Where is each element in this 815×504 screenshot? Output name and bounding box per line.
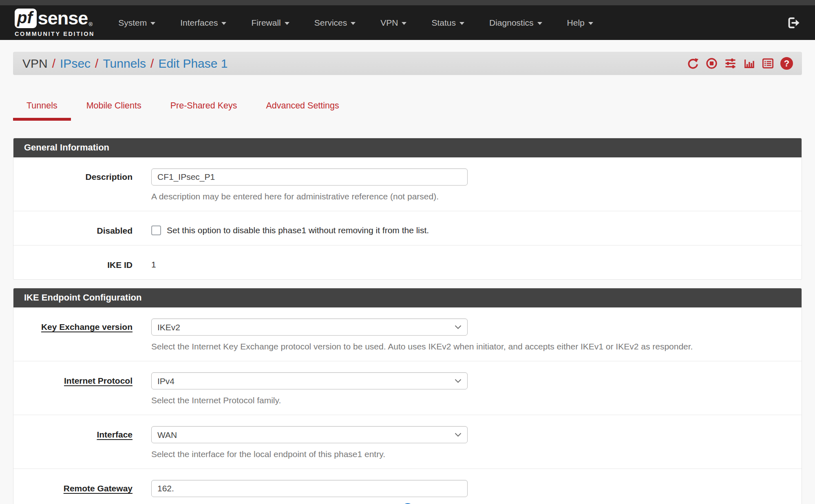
breadcrumb-separator: / xyxy=(52,57,55,71)
tab-pre-shared-keys[interactable]: Pre-Shared Keys xyxy=(157,101,251,121)
caret-down-icon xyxy=(150,22,155,25)
bar-chart-icon[interactable] xyxy=(743,57,755,70)
caret-down-icon xyxy=(221,22,226,25)
ike-id-label: IKE ID xyxy=(13,256,133,270)
caret-down-icon xyxy=(537,22,542,25)
breadcrumb-link-tunnels[interactable]: Tunnels xyxy=(103,57,146,71)
pfsense-logo[interactable]: pf sense ® COMMUNITY EDITION xyxy=(15,9,95,37)
logo-edition-text: COMMUNITY EDITION xyxy=(15,31,95,37)
caret-down-icon xyxy=(351,22,356,25)
caret-down-icon xyxy=(459,22,464,25)
logo-sense-text: sense xyxy=(38,9,88,27)
remote-gateway-input[interactable] xyxy=(151,480,468,497)
description-help: A description may be entered here for ad… xyxy=(151,192,802,201)
breadcrumb-vpn: VPN xyxy=(22,57,48,71)
refresh-icon[interactable] xyxy=(687,57,699,70)
nav-item-diagnostics[interactable]: Diagnostics xyxy=(489,18,542,28)
top-strip xyxy=(0,0,815,5)
sliders-icon[interactable] xyxy=(724,57,737,70)
nav-item-services[interactable]: Services xyxy=(314,18,356,28)
description-label: Description xyxy=(13,168,133,201)
disabled-checkbox-label: Set this option to disable this phase1 w… xyxy=(167,225,429,235)
logo-registered-mark: ® xyxy=(88,21,93,27)
internet-protocol-help: Select the Internet Protocol family. xyxy=(151,396,802,405)
form-row-interface: Interface WAN Select the interface for t… xyxy=(13,415,802,469)
internet-protocol-label: Internet Protocol xyxy=(13,372,133,405)
breadcrumb: VPN / IPsec / Tunnels / Edit Phase 1 xyxy=(22,57,228,71)
breadcrumb-separator: / xyxy=(150,57,154,71)
form-row-key-exchange-version: Key Exchange version IKEv2 Select the In… xyxy=(13,307,802,361)
interface-select[interactable]: WAN xyxy=(151,426,468,443)
tab-mobile-clients[interactable]: Mobile Clients xyxy=(73,101,155,121)
nav-item-firewall[interactable]: Firewall xyxy=(251,18,289,28)
breadcrumb-bar: VPN / IPsec / Tunnels / Edit Phase 1 xyxy=(13,52,802,75)
logo-pf-badge: pf xyxy=(15,9,37,28)
disabled-label: Disabled xyxy=(13,222,133,236)
caret-down-icon xyxy=(588,22,593,25)
caret-down-icon xyxy=(285,22,289,25)
nav-item-status[interactable]: Status xyxy=(431,18,464,28)
remote-gateway-label: Remote Gateway xyxy=(13,480,133,504)
key-exchange-version-select[interactable]: IKEv2 xyxy=(151,318,468,336)
tab-tunnels[interactable]: Tunnels xyxy=(13,101,71,121)
nav-item-vpn[interactable]: VPN xyxy=(380,18,406,28)
tab-bar: Tunnels Mobile Clients Pre-Shared Keys A… xyxy=(13,101,802,121)
main-menu: System Interfaces Firewall Services VPN … xyxy=(118,18,593,28)
key-exchange-version-label: Key Exchange version xyxy=(13,318,133,351)
sign-out-icon[interactable] xyxy=(786,16,800,30)
interface-label: Interface xyxy=(13,426,133,459)
form-row-remote-gateway: Remote Gateway Enter the public IP addre… xyxy=(13,469,802,504)
breadcrumb-link-ipsec[interactable]: IPsec xyxy=(60,57,91,71)
nav-item-help[interactable]: Help xyxy=(567,18,593,28)
key-exchange-version-help: Select the Internet Key Exchange protoco… xyxy=(151,342,802,351)
panel-general-information: General Information Description A descri… xyxy=(13,138,802,280)
nav-item-system[interactable]: System xyxy=(118,18,155,28)
form-row-disabled: Disabled Set this option to disable this… xyxy=(13,211,802,245)
form-row-internet-protocol: Internet Protocol IPv4 Select the Intern… xyxy=(13,361,802,415)
breadcrumb-separator: / xyxy=(95,57,98,71)
list-alt-icon[interactable] xyxy=(762,57,774,70)
page-content: VPN / IPsec / Tunnels / Edit Phase 1 xyxy=(0,52,815,504)
tab-advanced-settings[interactable]: Advanced Settings xyxy=(252,101,352,121)
interface-help: Select the interface for the local endpo… xyxy=(151,449,802,459)
section-title-general-information: General Information xyxy=(13,138,802,157)
stop-circle-icon[interactable] xyxy=(705,57,718,70)
nav-item-interfaces[interactable]: Interfaces xyxy=(180,18,226,28)
panel-ike-endpoint-configuration: IKE Endpoint Configuration Key Exchange … xyxy=(13,288,802,504)
disabled-checkbox[interactable] xyxy=(151,225,161,235)
question-circle-icon[interactable]: ? xyxy=(780,57,793,70)
breadcrumb-link-edit-phase-1[interactable]: Edit Phase 1 xyxy=(158,57,227,71)
top-navbar: pf sense ® COMMUNITY EDITION System Inte… xyxy=(0,5,815,40)
internet-protocol-select[interactable]: IPv4 xyxy=(151,372,468,389)
section-title-ike-endpoint-configuration: IKE Endpoint Configuration xyxy=(13,288,802,307)
form-row-ike-id: IKE ID 1 xyxy=(13,245,802,279)
caret-down-icon xyxy=(402,22,406,25)
header-action-icons: ? xyxy=(687,57,793,70)
form-row-description: Description A description may be entered… xyxy=(13,157,802,211)
ike-id-value: 1 xyxy=(151,256,802,270)
description-input[interactable] xyxy=(151,168,468,186)
